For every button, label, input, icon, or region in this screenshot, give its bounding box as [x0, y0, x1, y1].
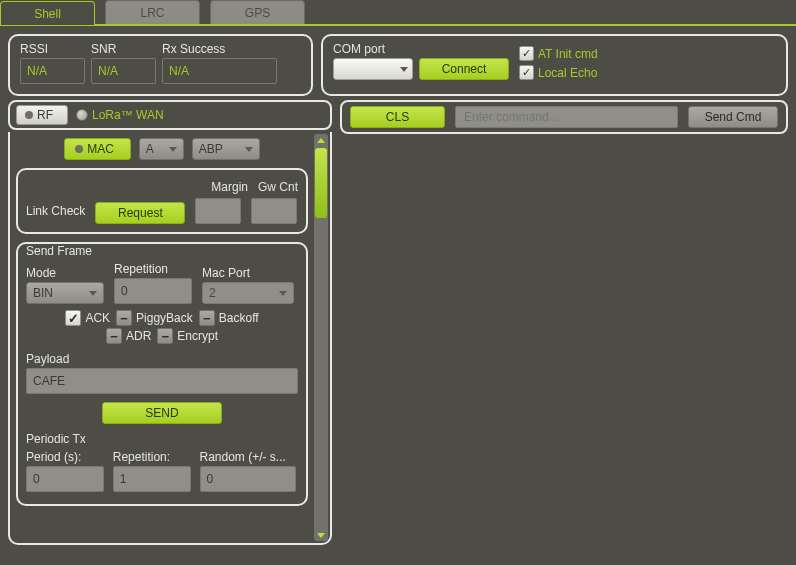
macport-select[interactable]: 2 [202, 282, 294, 304]
scrollbar[interactable] [314, 134, 328, 541]
period-input[interactable]: 0 [26, 466, 104, 492]
radio-icon [75, 145, 83, 153]
comport-group: COM port Connect ✓ AT Init cmd ✓ Local E… [321, 34, 788, 96]
margin-label: Margin [211, 180, 248, 194]
piggyback-checkbox[interactable]: −PiggyBack [116, 310, 193, 326]
check-icon: ✓ [519, 46, 534, 61]
gwcnt-value [251, 198, 297, 224]
rxsuccess-label: Rx Success [162, 42, 277, 56]
periodictx-title: Periodic Tx [26, 432, 298, 446]
mac-toggle[interactable]: MAC [64, 138, 131, 160]
tab-bar: Shell LRC GPS [0, 0, 796, 26]
sendframe-title: Send Frame [26, 244, 298, 258]
sendcmd-button[interactable]: Send Cmd [688, 106, 778, 128]
period-label: Period (s): [26, 450, 107, 464]
request-button[interactable]: Request [95, 202, 185, 224]
scroll-down-icon[interactable] [314, 529, 328, 541]
class-select[interactable]: A [139, 138, 184, 160]
repetition-label: Repetition [114, 262, 196, 276]
join-select-value: ABP [199, 142, 223, 156]
backoff-checkbox[interactable]: −Backoff [199, 310, 259, 326]
ack-checkbox[interactable]: ✓ACK [65, 310, 110, 326]
mode-select-value: BIN [33, 286, 53, 300]
tab-shell[interactable]: Shell [0, 1, 95, 25]
localecho-checkbox[interactable]: ✓ Local Echo [519, 65, 598, 80]
lorawan-radio[interactable]: LoRa™ WAN [76, 108, 164, 122]
atinit-label: AT Init cmd [538, 47, 598, 61]
repetition-input[interactable]: 0 [114, 278, 192, 304]
linkcheck-group: Margin Gw Cnt Link Check Request [16, 168, 308, 234]
check-icon: ✓ [519, 65, 534, 80]
chevron-down-icon [169, 147, 177, 152]
atinit-checkbox[interactable]: ✓ AT Init cmd [519, 46, 598, 61]
localecho-label: Local Echo [538, 66, 597, 80]
repetition2-input[interactable]: 1 [113, 466, 191, 492]
lorawan-label: LoRa™ WAN [92, 108, 164, 122]
snr-label: SNR [91, 42, 156, 56]
sendframe-group: Send Frame Mode BIN Repetition [16, 242, 308, 506]
ack-label: ACK [85, 311, 110, 325]
chevron-down-icon [400, 67, 408, 72]
margin-value [195, 198, 241, 224]
chevron-down-icon [89, 291, 97, 296]
tab-gps[interactable]: GPS [210, 0, 305, 24]
gwcnt-label: Gw Cnt [258, 180, 298, 194]
mode-select[interactable]: BIN [26, 282, 104, 304]
adr-label: ADR [126, 329, 151, 343]
radio-icon [76, 109, 88, 121]
macport-select-value: 2 [209, 286, 216, 300]
cls-button[interactable]: CLS [350, 106, 445, 128]
adr-checkbox[interactable]: −ADR [106, 328, 151, 344]
linkcheck-label: Link Check [26, 204, 85, 218]
rssi-value: N/A [20, 58, 85, 84]
join-select[interactable]: ABP [192, 138, 260, 160]
chevron-down-icon [245, 147, 253, 152]
encrypt-label: Encrypt [177, 329, 218, 343]
rf-toggle-label: RF [37, 108, 53, 122]
scroll-thumb[interactable] [315, 148, 327, 218]
random-input[interactable]: 0 [200, 466, 296, 492]
send-button[interactable]: SEND [102, 402, 222, 424]
payload-label: Payload [26, 352, 69, 366]
snr-value: N/A [91, 58, 156, 84]
radio-icon [25, 111, 33, 119]
chevron-down-icon [279, 291, 287, 296]
rf-bar: RF LoRa™ WAN [8, 100, 332, 130]
tab-lrc[interactable]: LRC [105, 0, 200, 24]
mode-label: Mode [26, 266, 108, 280]
command-input[interactable] [455, 106, 678, 128]
encrypt-checkbox[interactable]: −Encrypt [157, 328, 218, 344]
random-label: Random (+/- s... [200, 450, 298, 464]
rxsuccess-value: N/A [162, 58, 277, 84]
macport-label: Mac Port [202, 266, 297, 280]
mac-toggle-label: MAC [87, 142, 114, 156]
connect-button[interactable]: Connect [419, 58, 509, 80]
scroll-up-icon[interactable] [314, 134, 328, 146]
class-select-value: A [146, 142, 154, 156]
stats-group: RSSI N/A SNR N/A Rx Success N/A [8, 34, 313, 96]
backoff-label: Backoff [219, 311, 259, 325]
piggyback-label: PiggyBack [136, 311, 193, 325]
payload-input[interactable]: CAFE [26, 368, 298, 394]
command-bar: CLS Send Cmd [340, 100, 788, 134]
repetition2-label: Repetition: [113, 450, 194, 464]
comport-label: COM port [333, 42, 509, 56]
comport-dropdown[interactable] [333, 58, 413, 80]
rf-toggle[interactable]: RF [16, 105, 68, 125]
rssi-label: RSSI [20, 42, 85, 56]
